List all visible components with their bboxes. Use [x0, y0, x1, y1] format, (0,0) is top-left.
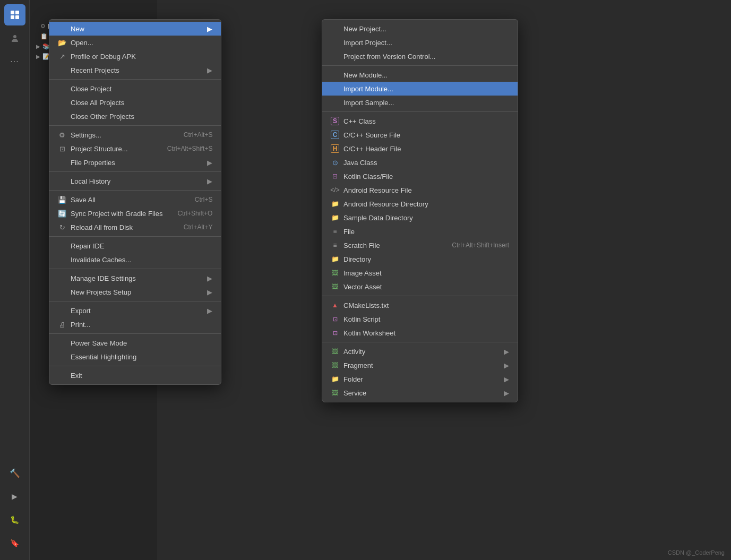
menu-item-save-all[interactable]: 💾 Save All Ctrl+S	[49, 193, 221, 206]
menu-item-new-module[interactable]: New Module...	[322, 68, 518, 82]
menu-item-import-module[interactable]: Import Module...	[322, 82, 518, 96]
menu-item-manage-ide[interactable]: Manage IDE Settings ▶	[49, 271, 221, 285]
people-sidebar-icon[interactable]	[4, 28, 25, 49]
debug-sidebar-icon[interactable]: 🐛	[4, 509, 25, 530]
menu-item-scratch-file[interactable]: ≡ Scratch File Ctrl+Alt+Shift+Insert	[322, 238, 518, 252]
close-other-icon	[58, 112, 66, 120]
save-shortcut: Ctrl+S	[184, 196, 213, 203]
recent-arrow: ▶	[207, 66, 212, 74]
activity-icon: 🖼	[331, 347, 339, 356]
menu-item-service[interactable]: 🖼 Service ▶	[322, 386, 518, 400]
menu-item-project-vcs[interactable]: Project from Version Control...	[322, 49, 518, 63]
divider-n1	[322, 65, 518, 66]
menu-item-profile[interactable]: ↗ Profile or Debug APK	[49, 49, 221, 63]
cmake-icon: ▲	[331, 301, 339, 309]
menu-item-file[interactable]: ≡ File	[322, 225, 518, 238]
menu-item-print[interactable]: 🖨 Print...	[49, 317, 221, 331]
menu-item-activity[interactable]: 🖼 Activity ▶	[322, 344, 518, 358]
menu-item-repair[interactable]: Repair IDE	[49, 239, 221, 253]
menu-item-folder[interactable]: 📁 Folder ▶	[322, 372, 518, 386]
divider9	[49, 366, 221, 366]
menu-item-close-project[interactable]: Close Project	[49, 82, 221, 96]
directory-icon: 📁	[331, 255, 339, 263]
essential-icon	[58, 352, 66, 361]
bookmark-sidebar-icon[interactable]: 🔖	[4, 532, 25, 554]
sync-icon: 🔄	[58, 209, 66, 218]
menu-item-image-asset[interactable]: 🖼 Image Asset	[322, 266, 518, 280]
save-icon: 💾	[58, 195, 66, 204]
new-projects-icon	[58, 288, 66, 296]
scratch-shortcut: Ctrl+Alt+Shift+Insert	[441, 242, 509, 249]
divider8	[49, 333, 221, 334]
menu-item-project-struct[interactable]: ⊡ Project Structure... Ctrl+Alt+Shift+S	[49, 142, 221, 156]
menu-item-kotlin-class[interactable]: ⊡ Kotlin Class/File	[322, 169, 518, 183]
profile-icon: ↗	[58, 52, 66, 61]
hammer-sidebar-icon[interactable]: 🔨	[4, 462, 25, 484]
divider3	[49, 171, 221, 172]
divider-n2	[322, 111, 518, 112]
reload-shortcut: Ctrl+Alt+Y	[173, 223, 213, 231]
service-icon: 🖼	[331, 389, 339, 397]
menu-item-power-save[interactable]: Power Save Mode	[49, 336, 221, 350]
menu-item-local-history[interactable]: Local History ▶	[49, 174, 221, 188]
activity-arrow: ▶	[504, 348, 509, 356]
menu-item-new-project[interactable]: New Project...	[322, 22, 518, 36]
menu-item-cpp-header[interactable]: H C/C++ Header File	[322, 142, 518, 156]
export-arrow: ▶	[207, 307, 212, 315]
menu-item-exit[interactable]: Exit	[49, 368, 221, 382]
new-project-icon	[331, 24, 339, 33]
svg-rect-0	[11, 11, 14, 14]
menu-overlay: New ▶ 📂 Open... ↗ Profile or Debug APK R…	[30, 0, 731, 560]
menu-item-java-class[interactable]: ⊙ Java Class	[322, 156, 518, 169]
cpp-class-icon: S	[331, 117, 339, 125]
service-arrow: ▶	[504, 389, 509, 397]
menu-item-recent[interactable]: Recent Projects ▶	[49, 63, 221, 77]
menu-item-cpp-class[interactable]: S C++ Class	[322, 114, 518, 128]
close-project-icon	[58, 84, 66, 93]
import-project-icon	[331, 38, 339, 47]
new-icon	[58, 24, 66, 33]
menu-item-close-other[interactable]: Close Other Projects	[49, 109, 221, 123]
menu-item-sync[interactable]: 🔄 Sync Project with Gradle Files Ctrl+Sh…	[49, 206, 221, 220]
menu-item-new[interactable]: New ▶	[49, 22, 221, 36]
java-class-icon: ⊙	[331, 158, 339, 167]
manage-ide-arrow: ▶	[207, 274, 212, 282]
project-sidebar-icon[interactable]	[4, 4, 25, 25]
export-icon	[58, 306, 66, 315]
menu-item-invalidate[interactable]: Invalidate Caches...	[49, 253, 221, 266]
more-sidebar-icon[interactable]: ···	[4, 51, 25, 72]
project-struct-icon: ⊡	[58, 144, 66, 153]
menu-item-kotlin-worksheet[interactable]: ⊡ Kotlin Worksheet	[322, 326, 518, 340]
menu-item-open[interactable]: 📂 Open...	[49, 36, 221, 49]
menu-item-import-sample[interactable]: Import Sample...	[322, 96, 518, 109]
run-sidebar-icon[interactable]: ▶	[4, 486, 25, 507]
menu-item-android-res-dir[interactable]: 📁 Android Resource Directory	[322, 197, 518, 211]
menu-item-kotlin-script[interactable]: ⊡ Kotlin Script	[322, 312, 518, 326]
menu-item-cmake[interactable]: ▲ CMakeLists.txt	[322, 298, 518, 312]
menu-item-reload[interactable]: ↻ Reload All from Disk Ctrl+Alt+Y	[49, 220, 221, 234]
menu-item-file-props[interactable]: File Properties ▶	[49, 156, 221, 169]
new-arrow: ▶	[207, 25, 212, 33]
local-history-arrow: ▶	[207, 177, 212, 185]
divider2	[49, 125, 221, 126]
menu-item-fragment[interactable]: 🖼 Fragment ▶	[322, 358, 518, 372]
print-icon: 🖨	[58, 320, 66, 329]
menu-item-sample-data-dir[interactable]: 📁 Sample Data Directory	[322, 211, 518, 225]
menu-item-settings[interactable]: ⚙ Settings... Ctrl+Alt+S	[49, 128, 221, 142]
menu-item-cpp-source[interactable]: C C/C++ Source File	[322, 128, 518, 142]
power-save-icon	[58, 339, 66, 347]
menu-item-essential[interactable]: Essential Highlighting	[49, 350, 221, 364]
menu-item-vector-asset[interactable]: 🖼 Vector Asset	[322, 280, 518, 294]
menu-item-directory[interactable]: 📁 Directory	[322, 252, 518, 266]
menu-item-new-projects-setup[interactable]: New Projects Setup ▶	[49, 285, 221, 299]
divider1	[49, 79, 221, 80]
new-projects-arrow: ▶	[207, 288, 212, 296]
scratch-file-icon: ≡	[331, 241, 339, 249]
android-res-file-icon: </>	[331, 186, 339, 194]
menu-item-close-all[interactable]: Close All Projects	[49, 96, 221, 109]
menu-item-export[interactable]: Export ▶	[49, 304, 221, 317]
menu-item-import-project[interactable]: Import Project...	[322, 36, 518, 49]
folder-icon2: 📁	[331, 375, 339, 383]
menu-item-android-res-file[interactable]: </> Android Resource File	[322, 183, 518, 197]
divider-n3	[322, 296, 518, 296]
